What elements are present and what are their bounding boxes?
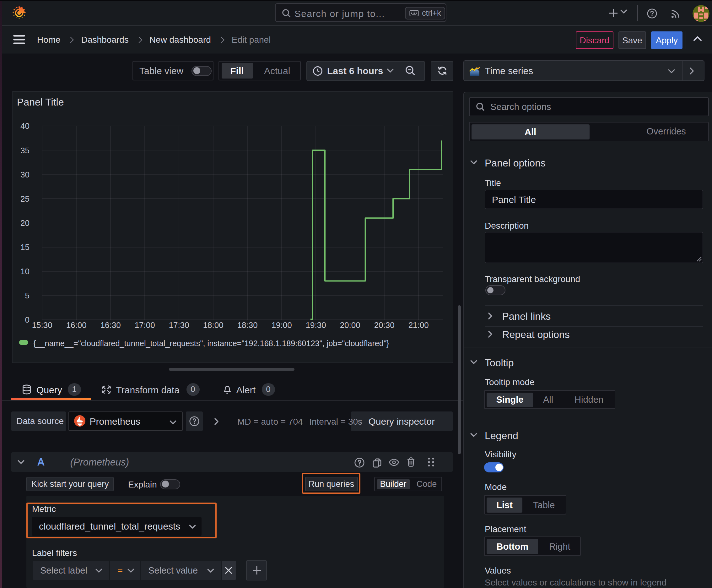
svg-text:40: 40 <box>20 121 29 131</box>
svg-text:20: 20 <box>20 218 29 228</box>
svg-text:35: 35 <box>20 146 29 155</box>
svg-text:30: 30 <box>20 170 29 180</box>
svg-text:16:00: 16:00 <box>66 320 86 330</box>
svg-text:16:30: 16:30 <box>100 320 121 330</box>
svg-text:19:00: 19:00 <box>271 320 292 330</box>
svg-text:17:30: 17:30 <box>169 320 189 330</box>
svg-text:15: 15 <box>20 243 29 252</box>
svg-text:18:00: 18:00 <box>203 320 223 330</box>
svg-text:20:30: 20:30 <box>374 320 394 330</box>
svg-text:21:00: 21:00 <box>408 320 429 330</box>
svg-text:10: 10 <box>20 267 29 276</box>
svg-text:15:30: 15:30 <box>32 320 52 330</box>
svg-text:17:00: 17:00 <box>134 320 155 330</box>
svg-text:18:30: 18:30 <box>237 320 257 330</box>
svg-text:0: 0 <box>25 315 29 324</box>
svg-text:20:00: 20:00 <box>340 320 360 330</box>
svg-text:19:30: 19:30 <box>305 320 326 330</box>
svg-text:{__name__="cloudflared_tunnel_: {__name__="cloudflared_tunnel_total_requ… <box>33 339 389 348</box>
svg-text:5: 5 <box>25 291 29 300</box>
svg-text:25: 25 <box>20 194 29 204</box>
